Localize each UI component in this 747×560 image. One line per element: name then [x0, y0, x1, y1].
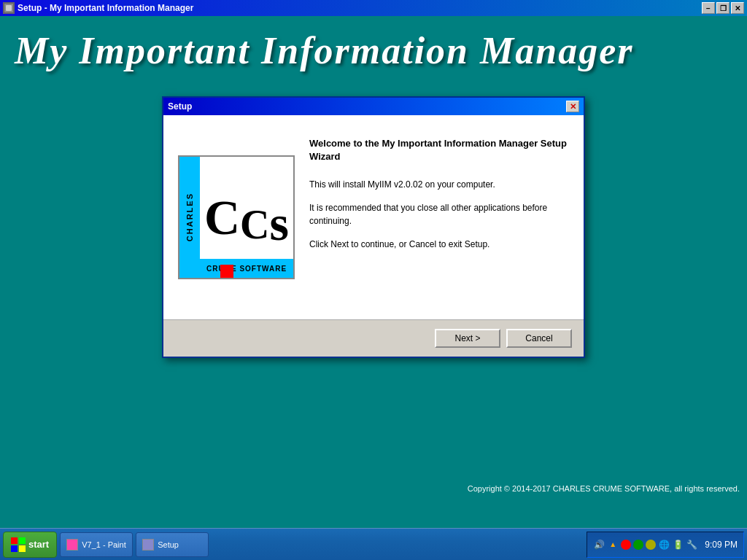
start-button[interactable]: start [3, 532, 57, 558]
copyright-text: Copyright © 2014-2017 CHARLES CRUME SOFT… [468, 484, 740, 493]
svg-rect-4 [11, 545, 18, 552]
welcome-heading: Welcome to the My Important Information … [309, 137, 569, 163]
dialog-content: Welcome to the My Important Information … [309, 130, 569, 305]
dialog-close-button[interactable]: ✕ [566, 101, 579, 112]
start-label: start [28, 539, 49, 550]
dialog-footer: Next > Cancel [163, 319, 584, 357]
systray-icon-1: 🔊 [593, 539, 605, 551]
logo-inner: CHARLES CCs CRUME SOFTWARE [179, 157, 293, 278]
setup-app-label: Setup [158, 540, 179, 549]
systray-icon-6: 🌐 [658, 539, 670, 551]
dialog-body: CHARLES CCs CRUME SOFTWARE [163, 115, 584, 319]
svg-rect-5 [19, 545, 26, 552]
setup-app-icon [142, 539, 154, 551]
systray-icon-5 [646, 540, 656, 550]
system-clock: 9:09 PM [705, 540, 738, 550]
paint-app-label: V7_1 - Paint [82, 540, 126, 549]
taskbar-right: 🔊 ▲ 🌐 🔋 🔧 9:09 PM [587, 532, 744, 558]
recommendation-text: It is recommended that you close all oth… [309, 201, 569, 228]
app-main-title: My Important Information Manager [15, 29, 634, 72]
logo-main: CCs CRUME SOFTWARE [200, 157, 293, 278]
titlebar-buttons: − ❐ ✕ [702, 2, 744, 14]
paint-app-icon [66, 539, 78, 551]
systray-icon-3 [621, 540, 631, 550]
logo-ccs: CCs [204, 192, 289, 242]
close-button[interactable]: ✕ [731, 2, 744, 14]
logo-bottom-bar: CRUME SOFTWARE [200, 259, 293, 278]
install-text: This will install MyIIM v2.0.02 on your … [309, 178, 569, 191]
logo-spine-text: CHARLES [185, 192, 194, 241]
window-titlebar: Setup - My Important Information Manager… [0, 0, 747, 16]
logo-red-square [220, 265, 233, 278]
titlebar-left: Setup - My Important Information Manager [3, 2, 193, 14]
svg-rect-2 [11, 537, 18, 544]
systray-icon-4 [633, 540, 643, 550]
taskbar: start V7_1 - Paint Setup 🔊 ▲ 🌐 🔋 🔧 9:09 … [0, 528, 747, 560]
svg-rect-1 [6, 5, 12, 11]
systray-icon-2: ▲ [607, 539, 619, 551]
svg-rect-3 [19, 537, 26, 544]
systray-icon-8: 🔧 [686, 539, 697, 551]
dialog-overlay: Setup ✕ CHARLES CCs [162, 96, 585, 358]
systray-icons: 🔊 ▲ 🌐 🔋 🔧 [593, 539, 697, 551]
next-button[interactable]: Next > [435, 329, 500, 348]
desktop: My Important Information Manager Setup ✕… [0, 16, 747, 528]
ccs-logo: CHARLES CCs CRUME SOFTWARE [178, 155, 295, 279]
windows-logo-icon [11, 537, 26, 552]
systray-icon-7: 🔋 [672, 539, 684, 551]
app-icon [3, 2, 15, 14]
dialog-title: Setup [168, 101, 192, 112]
taskbar-app-paint[interactable]: V7_1 - Paint [60, 532, 133, 557]
logo-company-name: CRUME SOFTWARE [206, 265, 287, 273]
dialog-titlebar: Setup ✕ [163, 98, 584, 115]
restore-button[interactable]: ❐ [716, 2, 729, 14]
setup-dialog: Setup ✕ CHARLES CCs [162, 96, 585, 358]
logo-spine: CHARLES [179, 157, 200, 278]
taskbar-app-setup[interactable]: Setup [136, 532, 209, 557]
cancel-button[interactable]: Cancel [506, 329, 572, 348]
instruction-text: Click Next to continue, or Cancel to exi… [309, 238, 569, 251]
minimize-button[interactable]: − [702, 2, 715, 14]
window-title: Setup - My Important Information Manager [18, 3, 193, 13]
taskbar-apps: V7_1 - Paint Setup [60, 532, 584, 557]
